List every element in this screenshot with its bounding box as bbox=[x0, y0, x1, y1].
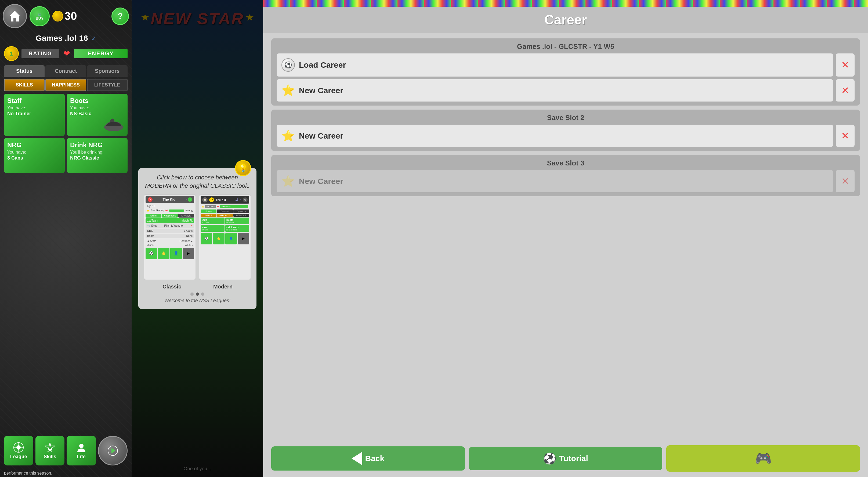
play-button[interactable] bbox=[98, 436, 128, 466]
modern-drink-nrg-card[interactable]: Drink NRG NRG Classic bbox=[225, 225, 249, 232]
modern-staff-card[interactable]: Staff No Trainer bbox=[200, 218, 224, 224]
slot-1-new-career-row: ⭐ New Career ✕ bbox=[277, 79, 855, 101]
dot-1[interactable] bbox=[190, 292, 194, 296]
modern-boots-card[interactable]: Boots NS-Basic bbox=[225, 218, 249, 224]
career-slot-3: Save Slot 3 ⭐ New Career ✕ bbox=[271, 155, 860, 196]
player-name: Games .lol bbox=[36, 34, 76, 43]
classic-question[interactable]: ? bbox=[188, 197, 192, 202]
modern-life-icon[interactable]: 👤 bbox=[225, 233, 237, 245]
tab-sponsors[interactable]: Sponsors bbox=[87, 65, 128, 77]
modern-filters: SKILLS HAPPINESS LIFESTYLE bbox=[200, 214, 249, 217]
perf-text: performance this season. bbox=[0, 470, 132, 477]
classic-1st-team-row: 1st TeamMatch Fit bbox=[146, 218, 194, 223]
filter-skills[interactable]: SKILLS bbox=[4, 79, 44, 91]
classic-boots-row: BootsNone bbox=[146, 234, 194, 238]
classic-tab-skills[interactable]: Skills bbox=[146, 214, 161, 218]
modern-skills-icon[interactable]: ⭐ bbox=[213, 233, 224, 245]
boots-value: NS-Basic bbox=[70, 111, 124, 117]
gamepad-button[interactable]: 🎮 bbox=[666, 445, 860, 472]
classic-skills-icon[interactable]: ⭐ bbox=[158, 248, 169, 259]
staff-sub: You have: bbox=[7, 105, 62, 110]
modern-filter-happiness[interactable]: HAPPINESS bbox=[217, 214, 233, 217]
new-career-slot-3-button[interactable]: ⭐ New Career bbox=[277, 170, 833, 192]
dot-2[interactable] bbox=[196, 292, 199, 296]
filter-happiness[interactable]: HAPPINESS bbox=[45, 79, 86, 91]
modal-box: 💡 Click below to choose between MODERN o… bbox=[138, 168, 256, 309]
modern-tab-sponsors[interactable]: Sponsors bbox=[234, 210, 249, 213]
lightbulb-icon[interactable]: 💡 bbox=[235, 160, 251, 176]
modern-tab-status[interactable]: Status bbox=[200, 210, 216, 213]
classic-close[interactable]: ✕ bbox=[148, 197, 153, 202]
classic-preview[interactable]: ✕ The Kid ♂ ? Age 16 ★ Star Rating ❤ Ene… bbox=[144, 194, 196, 280]
tutorial-button[interactable]: ⚽ Tutorial bbox=[469, 447, 662, 470]
classic-league-icon[interactable]: ⚽ bbox=[146, 248, 157, 259]
league-label: League bbox=[10, 454, 27, 459]
modern-nrg-card[interactable]: NRG 3 Cans bbox=[200, 225, 224, 232]
classic-gender: ♂ bbox=[186, 198, 188, 201]
modern-league-icon[interactable]: ⚽ bbox=[200, 233, 212, 245]
delete-slot-3-button[interactable]: ✕ bbox=[836, 170, 855, 192]
slot-1-actions: ⚽ Load Career ✕ bbox=[277, 54, 855, 76]
top-strip bbox=[263, 0, 868, 7]
new-career-slot-2-button[interactable]: ⭐ New Career bbox=[277, 125, 833, 147]
staff-value: No Trainer bbox=[7, 111, 62, 117]
slot-3-new-career-row: ⭐ New Career ✕ bbox=[277, 170, 855, 192]
dot-3[interactable] bbox=[201, 292, 205, 296]
nrg-title: NRG bbox=[7, 141, 62, 149]
classic-shop-row: 🛒 Shop Pitch & Weather ✕ bbox=[146, 223, 194, 228]
new-career-star-3-icon: ⭐ bbox=[281, 175, 295, 188]
drink-nrg-sub: You'll be drinking: bbox=[70, 150, 124, 155]
modern-bottom-icons: ⚽ ⭐ 👤 ▶ bbox=[200, 233, 249, 245]
boots-sub: You have: bbox=[70, 105, 124, 110]
modern-rating-bar: RATING bbox=[205, 205, 216, 208]
modern-gear-icon[interactable]: ⚙ bbox=[243, 197, 248, 202]
skills-button[interactable]: Skills bbox=[35, 436, 65, 466]
modern-header: 🏠 15 The Kid 16 ♂ ⚙ bbox=[200, 196, 249, 203]
new-career-slot-2-label: New Career bbox=[299, 131, 343, 140]
delete-slot-1-button[interactable]: ✕ bbox=[836, 54, 855, 76]
load-career-label: Load Career bbox=[299, 60, 346, 69]
delete-slot-2-button[interactable]: ✕ bbox=[836, 125, 855, 147]
delete-new-career-1-button[interactable]: ✕ bbox=[836, 79, 855, 101]
career-content: Games .lol - GLCSTR - Y1 W5 ⚽ Load Caree… bbox=[263, 33, 868, 440]
left-panel: 🛒 BUY 30 ? Games .lol 16 ♂ 1 RATING ❤ EN… bbox=[0, 0, 132, 477]
life-button[interactable]: Life bbox=[67, 436, 96, 466]
classic-play-icon[interactable]: ▶ bbox=[183, 248, 194, 259]
classic-tab-lifestyle[interactable]: Lifestyle bbox=[178, 214, 194, 218]
home-button[interactable] bbox=[3, 4, 27, 28]
nrg-card[interactable]: NRG You have: 3 Cans bbox=[4, 138, 65, 173]
drink-nrg-card[interactable]: Drink NRG You'll be drinking: NRG Classi… bbox=[67, 138, 128, 173]
back-button[interactable]: Back bbox=[271, 446, 465, 471]
tutorial-ball-icon: ⚽ bbox=[543, 452, 556, 465]
life-label: Life bbox=[77, 454, 86, 459]
modern-play-icon[interactable]: ▶ bbox=[238, 233, 249, 245]
boots-title: Boots bbox=[70, 97, 124, 104]
right-panel: Career Games .lol - GLCSTR - Y1 W5 ⚽ Loa… bbox=[263, 0, 868, 477]
classic-tab-happiness[interactable]: Happiness bbox=[162, 214, 178, 218]
classic-life-icon[interactable]: 👤 bbox=[170, 248, 182, 259]
new-career-slot-1-button[interactable]: ⭐ New Career bbox=[277, 79, 833, 101]
skills-label: Skills bbox=[43, 454, 56, 459]
svg-marker-6 bbox=[45, 443, 55, 452]
modern-tab-contract[interactable]: Contract bbox=[217, 210, 233, 213]
league-button[interactable]: League bbox=[4, 436, 33, 466]
modern-filter-skills[interactable]: SKILLS bbox=[200, 214, 216, 217]
staff-title: Staff bbox=[7, 97, 62, 104]
svg-marker-9 bbox=[112, 448, 116, 453]
buy-button[interactable]: 🛒 BUY bbox=[30, 6, 50, 26]
boots-card[interactable]: Boots You have: NS-Basic bbox=[67, 94, 128, 136]
help-button[interactable]: ? bbox=[112, 7, 129, 25]
modern-cards: Staff No Trainer Boots NS-Basic NRG 3 Ca… bbox=[200, 218, 249, 232]
modal-text: Click below to choose between MODERN or … bbox=[144, 173, 251, 190]
heart-icon: ❤ bbox=[63, 49, 70, 58]
modern-filter-lifestyle[interactable]: LIFESTYLE bbox=[234, 214, 249, 217]
load-career-button[interactable]: ⚽ Load Career bbox=[277, 54, 833, 76]
tab-contract[interactable]: Contract bbox=[45, 65, 86, 77]
modern-preview[interactable]: 🏠 15 The Kid 16 ♂ ⚙ ★ RATING ❤ ENERGY bbox=[199, 194, 251, 280]
filter-lifestyle[interactable]: LIFESTYLE bbox=[87, 79, 128, 91]
classic-tabs: Skills Happiness Lifestyle bbox=[146, 214, 194, 218]
boots-image bbox=[103, 117, 124, 133]
filter-row: SKILLS HAPPINESS LIFESTYLE bbox=[4, 79, 128, 91]
tab-status[interactable]: Status bbox=[4, 65, 44, 77]
staff-card[interactable]: Staff You have: No Trainer bbox=[4, 94, 65, 136]
